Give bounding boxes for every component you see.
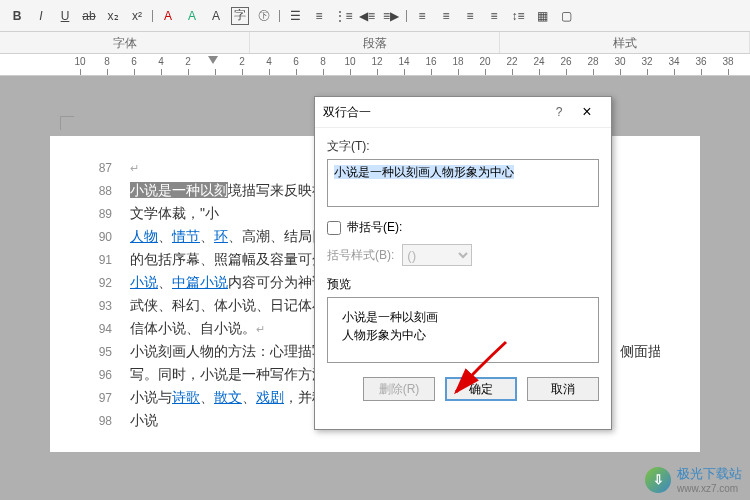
ruler-tick (107, 69, 108, 75)
ruler-tick (80, 69, 81, 75)
bullets-icon[interactable]: ☰ (286, 7, 304, 25)
section-font[interactable]: 字体 (0, 32, 250, 53)
ruler-tick (701, 69, 702, 75)
ruler-number: 2 (239, 56, 245, 67)
ruler-number: 32 (641, 56, 652, 67)
ruler-number: 4 (266, 56, 272, 67)
ruler-number: 8 (320, 56, 326, 67)
ruler-tick (323, 69, 324, 75)
line-number: 97 (90, 387, 130, 409)
line-number: 88 (90, 180, 130, 202)
subscript-icon[interactable]: x₂ (104, 7, 122, 25)
line-number: 91 (90, 249, 130, 271)
ruler-tick (215, 69, 216, 75)
borders-icon[interactable]: ▢ (557, 7, 575, 25)
text-input-value: 小说是一种以刻画人物形象为中心 (334, 165, 514, 179)
ruler-number: 34 (668, 56, 679, 67)
ruler-tick (431, 69, 432, 75)
cancel-button[interactable]: 取消 (527, 377, 599, 401)
bracket-style-select: () (402, 244, 472, 266)
text-label: 文字(T): (327, 138, 599, 155)
ruler-number: 28 (587, 56, 598, 67)
font-color-icon[interactable]: A (159, 7, 177, 25)
justify-icon[interactable]: ≡ (485, 7, 503, 25)
dialog-title-text: 双行合一 (323, 104, 547, 121)
ruler-tick (458, 69, 459, 75)
line-number: 95 (90, 341, 130, 363)
ribbon-sections: 字体 段落 样式 (0, 32, 750, 54)
watermark-name: 极光下载站 (677, 466, 742, 481)
bracket-checkbox[interactable]: 带括号(E): (327, 219, 599, 236)
preview-line1: 小说是一种以刻画 (342, 308, 584, 326)
ruler-number: 10 (344, 56, 355, 67)
bracket-style-label: 括号样式(B): (327, 247, 394, 264)
help-icon[interactable]: ? (547, 105, 571, 119)
separator (406, 10, 407, 22)
ruler-tick (485, 69, 486, 75)
ruler-number: 6 (293, 56, 299, 67)
line-number: 96 (90, 364, 130, 386)
line-number: 90 (90, 226, 130, 248)
ruler-tick (566, 69, 567, 75)
preview-box: 小说是一种以刻画 人物形象为中心 (327, 297, 599, 363)
shading-icon[interactable]: ▦ (533, 7, 551, 25)
ruler-tick (647, 69, 648, 75)
preview-label: 预览 (327, 276, 599, 293)
ruler-tick (593, 69, 594, 75)
ruler-number: 4 (158, 56, 164, 67)
ruler-tick (620, 69, 621, 75)
decrease-indent-icon[interactable]: ◀≡ (358, 7, 376, 25)
dialog-titlebar[interactable]: 双行合一 ? × (315, 97, 611, 128)
ruler-number: 14 (398, 56, 409, 67)
watermark: ⇩ 极光下载站 www.xz7.com (645, 465, 742, 494)
close-icon[interactable]: × (571, 103, 603, 121)
ruler-tick (242, 69, 243, 75)
ruler-tick (674, 69, 675, 75)
ruler-tick (512, 69, 513, 75)
bracket-checkbox-label: 带括号(E): (347, 219, 402, 236)
line-number: 89 (90, 203, 130, 225)
bracket-checkbox-input[interactable] (327, 221, 341, 235)
ruler-number: 30 (614, 56, 625, 67)
ruler-number: 22 (506, 56, 517, 67)
multilevel-icon[interactable]: ⋮≡ (334, 7, 352, 25)
enclose-icon[interactable]: ㊦ (255, 7, 273, 25)
ruler-number: 24 (533, 56, 544, 67)
section-style[interactable]: 样式 (500, 32, 750, 53)
delete-button: 删除(R) (363, 377, 435, 401)
ruler-number: 6 (131, 56, 137, 67)
highlight-icon[interactable]: A (183, 7, 201, 25)
watermark-logo-icon: ⇩ (645, 467, 671, 493)
ruler-number: 20 (479, 56, 490, 67)
horizontal-ruler[interactable]: 1086422468101214161820222426283032343638 (0, 54, 750, 76)
italic-icon[interactable]: I (32, 7, 50, 25)
section-paragraph[interactable]: 段落 (250, 32, 500, 53)
increase-indent-icon[interactable]: ≡▶ (382, 7, 400, 25)
strike-icon[interactable]: ab (80, 7, 98, 25)
ruler-tick (188, 69, 189, 75)
text-input[interactable]: 小说是一种以刻画人物形象为中心 (327, 159, 599, 207)
ruler-number: 10 (74, 56, 85, 67)
ruler-number: 36 (695, 56, 706, 67)
superscript-icon[interactable]: x² (128, 7, 146, 25)
ruler-tick (269, 69, 270, 75)
char-border-icon[interactable]: 字 (231, 7, 249, 25)
watermark-url: www.xz7.com (677, 483, 742, 494)
separator (152, 10, 153, 22)
underline-icon[interactable]: U (56, 7, 74, 25)
char-shading-icon[interactable]: A (207, 7, 225, 25)
align-center-icon[interactable]: ≡ (437, 7, 455, 25)
align-left-icon[interactable]: ≡ (413, 7, 431, 25)
line-number: 94 (90, 318, 130, 340)
bold-icon[interactable]: B (8, 7, 26, 25)
align-right-icon[interactable]: ≡ (461, 7, 479, 25)
two-lines-in-one-dialog: 双行合一 ? × 文字(T): 小说是一种以刻画人物形象为中心 带括号(E): … (314, 96, 612, 430)
ruler-tick (134, 69, 135, 75)
ok-button[interactable]: 确定 (445, 377, 517, 401)
line-spacing-icon[interactable]: ↕≡ (509, 7, 527, 25)
ruler-tick (377, 69, 378, 75)
page-corner-tl (60, 116, 74, 130)
numbering-icon[interactable]: ≡ (310, 7, 328, 25)
line-number: 92 (90, 272, 130, 294)
ruler-number: 12 (371, 56, 382, 67)
